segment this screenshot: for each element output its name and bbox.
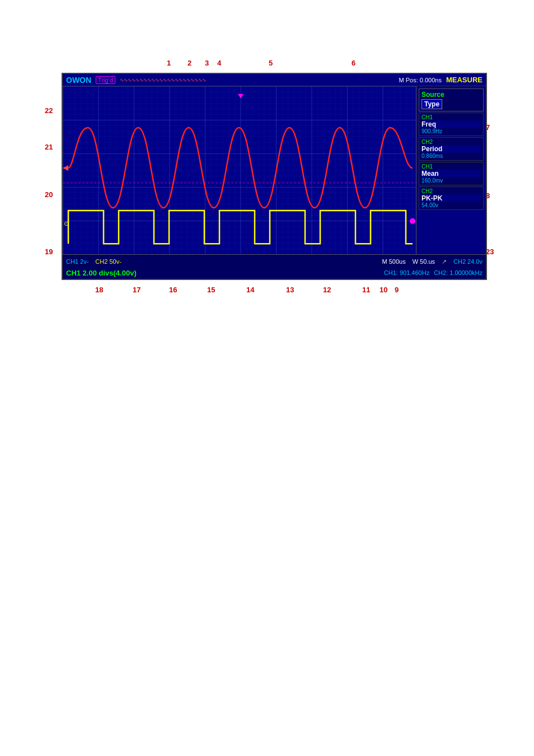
owon-logo: OWON <box>66 76 91 85</box>
ch2-pkpk-value: 54.00v <box>421 202 481 208</box>
svg-rect-2 <box>63 86 418 254</box>
source-label: Source <box>421 91 481 99</box>
oscilloscope-display: OWON Trig'd ∿∿∿∿∿∿∿∿∿∿∿∿∿∿∿∿∿∿∿∿∿∿ M Pos… <box>62 73 487 280</box>
ch2-period-section: CH2 Period 0.860ms <box>419 137 484 161</box>
ch1-freq-value: 900.9Hz <box>421 128 481 134</box>
ch1-freq-label[interactable]: Freq <box>421 120 481 128</box>
callout-5: 5 <box>269 59 273 67</box>
callout-23: 23 <box>486 248 494 256</box>
ch2-pkpk-section: CH2 PK-PK 54.00v <box>419 186 484 210</box>
callout-19: 19 <box>45 248 53 256</box>
bottom-ch1-freq: CH1: 901.460Hz <box>384 269 429 276</box>
svg-point-4 <box>410 218 415 224</box>
callout-20: 20 <box>45 190 53 199</box>
bottom-trig-level: CH2 24.0v <box>453 258 483 265</box>
callout-11: 11 <box>362 286 370 294</box>
wave-indicator: ∿∿∿∿∿∿∿∿∿∿∿∿∿∿∿∿∿∿∿∿∿∿ <box>120 77 395 83</box>
ch1-mean-label[interactable]: Mean <box>421 170 481 178</box>
ch2-period-label[interactable]: Period <box>421 145 481 153</box>
trig-status: Trig'd <box>96 76 115 84</box>
bottom-window: W 50.us <box>413 258 435 265</box>
source-type-section: Source Type <box>419 88 484 111</box>
callout-21: 21 <box>45 143 53 151</box>
callout-10: 10 <box>380 286 387 294</box>
callout-12: 12 <box>323 286 331 294</box>
trig-arrow-icon: ↗ <box>442 258 447 265</box>
ch1-freq-ch-label: CH1 <box>421 114 481 120</box>
callout-3: 3 <box>205 59 209 67</box>
ch1-mean-ch-label: CH1 <box>421 164 481 170</box>
waveform-area: ⊙ <box>63 86 418 254</box>
callout-22: 22 <box>45 106 53 115</box>
ch2-period-value: 0.860ms <box>421 153 481 159</box>
callout-9: 9 <box>395 286 399 294</box>
bottom-ch2-scale: CH2 50v- <box>95 258 121 265</box>
callout-18: 18 <box>95 286 103 294</box>
grid-svg: ⊙ <box>63 86 418 254</box>
callout-6: 6 <box>352 59 355 67</box>
callout-16: 16 <box>169 286 177 294</box>
callout-4: 4 <box>217 59 221 67</box>
callout-14: 14 <box>246 286 254 294</box>
ch2-pkpk-label[interactable]: PK-PK <box>421 194 481 202</box>
callout-15: 15 <box>207 286 215 294</box>
ch1-mean-section: CH1 Mean 160.0mv <box>419 162 484 185</box>
callout-13: 13 <box>286 286 294 294</box>
bottom-ch2-freq: CH2: 1.00000kHz <box>434 269 483 276</box>
ch1-info: CH1 2.00 divs(4.00v) <box>66 269 137 277</box>
ch1-freq-section: CH1 Freq 900.9Hz <box>419 113 484 136</box>
ch1-mean-value: 160.0mv <box>421 178 481 184</box>
callout-17: 17 <box>133 286 140 294</box>
bottom-time: M 500us <box>382 258 405 265</box>
status-bar: OWON Trig'd ∿∿∿∿∿∿∿∿∿∿∿∿∿∿∿∿∿∿∿∿∿∿ M Pos… <box>63 74 486 86</box>
m-position: M Pos: 0.000ns <box>399 77 442 83</box>
type-box[interactable]: Type <box>421 99 442 109</box>
ch2-period-ch-label: CH2 <box>421 139 481 145</box>
bottom-bar: CH1 2v- CH2 50v- M 500us W 50.us ↗ CH2 2… <box>63 254 486 279</box>
right-panel: Source Type CH1 Freq 900.9Hz CH2 Period … <box>416 86 486 254</box>
ch2-pkpk-ch-label: CH2 <box>421 188 481 194</box>
callout-1: 1 <box>167 59 171 67</box>
measure-title: MEASURE <box>446 76 483 84</box>
callout-2: 2 <box>188 59 191 67</box>
bottom-ch1-scale: CH1 2v- <box>66 258 88 265</box>
